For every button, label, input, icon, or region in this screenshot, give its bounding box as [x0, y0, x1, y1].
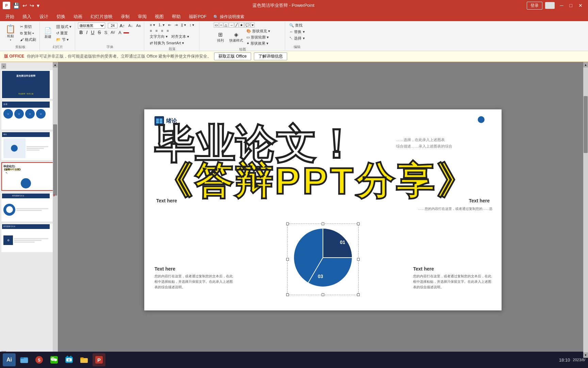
decrease-font-button[interactable]: A↓ — [127, 23, 134, 28]
line-spacing-button[interactable]: ↕ ▾ — [188, 22, 196, 28]
body-text-left[interactable]: 您的内容打在这里，或者通过复制您的文本后，在此框中选择粘贴，并选择只保留文字。在… — [154, 274, 233, 290]
cut-button[interactable]: ✂ 剪切 — [19, 24, 37, 30]
char-spacing-button[interactable]: AV — [109, 30, 116, 35]
indent-more-button[interactable]: ⇥ — [173, 22, 179, 28]
taskbar-wechat[interactable] — [48, 353, 61, 366]
shape-circle[interactable]: ○ — [219, 22, 223, 28]
slide-thumb-3[interactable]: 绪论 — [1, 132, 56, 160]
tab-transitions[interactable]: 切换 — [52, 12, 69, 21]
slide-thumb-4[interactable]: 毕业论文! 《答辩PPT分享》 ↖ — [1, 162, 56, 191]
taskbar-powerpoint[interactable]: P — [93, 353, 105, 366]
tab-animations[interactable]: 动画 — [69, 12, 86, 21]
tab-help[interactable]: 帮助 — [168, 12, 185, 21]
tab-slideshow[interactable]: 幻灯片放映 — [86, 12, 117, 21]
replace-button[interactable]: ↔ 替换 ▾ — [288, 29, 306, 35]
select-button[interactable]: ↖ 选择 ▾ — [288, 35, 306, 41]
tab-design[interactable]: 设计 — [35, 12, 52, 21]
slide-thumb-2[interactable]: 目录 01 02 03 04 — [1, 101, 56, 129]
maximize-button[interactable]: □ — [567, 2, 575, 9]
font-color-button[interactable]: A — [117, 30, 123, 35]
taskbar-ai-icon[interactable]: Ai — [3, 353, 16, 366]
shape-outline-button[interactable]: ▭ 形状轮廓 ▾ — [245, 34, 272, 40]
section-button[interactable]: 📂 节 ▾ — [55, 37, 73, 43]
copy-button[interactable]: ⧉ 复制 ▾ — [19, 30, 37, 36]
taskbar-folder[interactable] — [78, 353, 91, 366]
bold-button[interactable]: B — [78, 29, 84, 35]
shape-line[interactable]: ╱ — [234, 22, 239, 28]
get-office-button[interactable]: 获取正版 Office — [214, 52, 251, 60]
svg-rect-2 — [156, 120, 159, 122]
slide-thumb-1[interactable]: 蓝色简洁毕业答辩 毕业答辩 · 学术汇报 — [1, 70, 56, 99]
bullets-button[interactable]: ≡ ▾ — [148, 22, 156, 28]
svg-rect-3 — [160, 120, 162, 122]
shape-fill-button[interactable]: 🎨 形状填充 ▾ — [245, 28, 272, 34]
shape-more[interactable]: ▾ — [251, 22, 255, 28]
slide-panel-scrollbar[interactable]: ▲ ▼ — [53, 62, 58, 358]
minimize-button[interactable]: ─ — [557, 2, 566, 9]
shadow-button[interactable]: S — [103, 30, 109, 35]
slide-title-2[interactable]: 《答辩PPT分享》 — [154, 162, 491, 200]
slide-thumb-6[interactable]: 研究思路与方法 ⚙ — [1, 224, 56, 252]
font-name-select[interactable]: 微软雅黑 — [78, 22, 105, 29]
convert-smartart-button[interactable]: ⇄ 转换为 SmartArt ▾ — [148, 40, 185, 46]
align-text-button[interactable]: 对齐文本 ▾ — [170, 34, 191, 40]
close-button[interactable]: ✕ — [576, 2, 585, 9]
tab-view[interactable]: 视图 — [151, 12, 168, 21]
quick-styles-button[interactable]: ◈ 快速样式 — [228, 31, 244, 44]
content-right-above: ……您的内容打在这里，或者通过复制您的……选 — [418, 206, 493, 211]
quick-access-toolbar: 💾 ↩ ↪ ▾ — [12, 2, 40, 10]
shape-rect[interactable]: ▭ — [214, 22, 219, 28]
italic-button[interactable]: I — [85, 29, 89, 35]
text-direction-button[interactable]: 文字方向 ▾ — [148, 34, 169, 40]
search-operations[interactable]: 🔍操作说明搜索 — [211, 13, 247, 21]
redo-icon[interactable]: ↪ — [29, 2, 35, 10]
taskbar-bilibili[interactable]: B — [63, 353, 76, 366]
shape-star[interactable]: ★ — [239, 22, 244, 28]
vertical-scrollbar[interactable]: ▲ ▼ — [583, 62, 588, 358]
tab-foxitpdf[interactable]: 福昕PDF — [185, 12, 211, 21]
shape-callout[interactable]: 💬 — [244, 22, 250, 28]
clear-format-button[interactable]: Aa — [135, 23, 142, 28]
layout-button[interactable]: ▦ 版式 ▾ — [55, 24, 73, 30]
taskbar-sohu[interactable]: S — [33, 353, 46, 366]
notice-bar: 版 OFFICE 你的许可证并非正版，你可能是盗版软件的受害者。立即通过正版 O… — [0, 51, 588, 62]
new-slide-button[interactable]: 📄 新建 — [43, 27, 53, 40]
tab-start[interactable]: 开始 — [1, 12, 18, 21]
undo-icon[interactable]: ↩ — [22, 2, 28, 10]
align-center-button[interactable]: ≡ — [154, 28, 159, 33]
justify-button[interactable]: ≡ — [165, 28, 170, 33]
format-painter-button[interactable]: 🖌 格式刷 — [19, 37, 37, 43]
shape-effects-button[interactable]: ✦ 形状效果 ▾ — [245, 41, 272, 46]
slide-scroll-up[interactable]: ▲ — [1, 63, 6, 69]
svg-point-23 — [67, 356, 68, 357]
tab-record[interactable]: 录制 — [117, 12, 134, 21]
strikethrough-button[interactable]: S — [96, 29, 102, 35]
reset-button[interactable]: ↺ 重置 — [55, 30, 73, 36]
signin-button[interactable]: 登录 — [527, 2, 542, 10]
increase-font-button[interactable]: A↑ — [118, 23, 126, 29]
font-size-input[interactable] — [108, 23, 117, 28]
numbering-button[interactable]: 1. ▾ — [157, 22, 166, 28]
shape-triangle[interactable]: △ — [224, 22, 228, 28]
taskbar-file-manager[interactable] — [18, 353, 31, 366]
paste-button[interactable]: 📋 粘贴 ▾ — [3, 22, 18, 44]
learn-more-button[interactable]: 了解详细信息 — [254, 52, 287, 60]
account-icon[interactable] — [545, 2, 555, 9]
notice-prefix: 版 OFFICE — [4, 53, 24, 59]
underline-button[interactable]: U — [89, 29, 96, 35]
tab-insert[interactable]: 插入 — [18, 12, 35, 21]
customize-icon[interactable]: ▾ — [36, 2, 40, 10]
arrange-button[interactable]: ⊞ 排列 — [214, 31, 227, 44]
shape-arrow[interactable]: → — [229, 22, 234, 28]
save-icon[interactable]: 💾 — [12, 2, 20, 10]
align-right-button[interactable]: ≡ — [160, 28, 164, 33]
body-text-right[interactable]: 您的内容打在这里，或者通过复制您的文本后，在此框中选择粘贴，并选择只保留文字。在… — [413, 274, 491, 290]
slide-title-1[interactable]: 毕业论文！ — [154, 125, 357, 164]
slide-thumb-5[interactable]: 2 研究思路与方法 — [1, 193, 56, 221]
indent-less-button[interactable]: ⇤ — [167, 22, 173, 28]
find-button[interactable]: 🔍 查找 — [288, 22, 306, 28]
ribbon-tabs: 开始 插入 设计 切换 动画 幻灯片放映 录制 审阅 视图 帮助 福昕PDF 🔍… — [0, 11, 588, 21]
align-left-button[interactable]: ≡ — [148, 28, 153, 33]
columns-button[interactable]: || ▾ — [180, 22, 187, 28]
tab-review[interactable]: 审阅 — [134, 12, 151, 21]
